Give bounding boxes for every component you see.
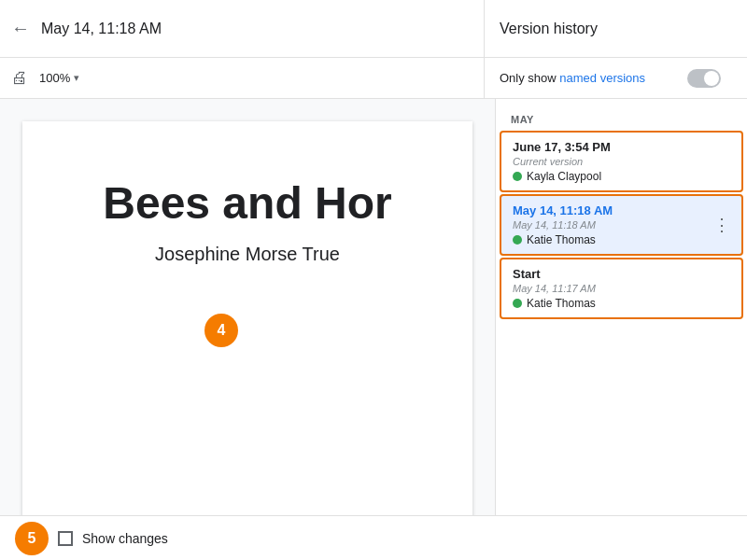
- version-date: June 17, 3:54 PM: [513, 140, 730, 154]
- zoom-dropdown-icon: ▾: [74, 72, 79, 84]
- doc-title: May 14, 11:18 AM: [41, 21, 162, 37]
- version-date: May 14, 11:18 AM: [513, 203, 730, 217]
- step-badge-4: 4: [204, 314, 238, 347]
- version-author: Kayla Claypool: [513, 170, 730, 183]
- version-date: Start: [513, 267, 730, 281]
- toolbar-right: Version history: [484, 0, 736, 57]
- version-item[interactable]: May 14, 11:18 AM May 14, 11:18 AM Katie …: [500, 194, 743, 256]
- zoom-control[interactable]: 100% ▾: [34, 67, 85, 89]
- version-author: Katie Thomas: [513, 297, 730, 310]
- show-changes-label: Show changes: [82, 531, 168, 546]
- toolbar2-left: 🖨 100% ▾: [11, 67, 484, 89]
- document-heading: Bees and Hor: [103, 177, 391, 229]
- author-dot: [513, 299, 522, 308]
- version-history-title: Version history: [500, 21, 598, 37]
- document-page: Bees and Hor Josephine Morse True: [22, 121, 472, 515]
- print-icon[interactable]: 🖨: [11, 68, 28, 88]
- show-changes-checkbox[interactable]: [58, 531, 73, 546]
- author-dot: [513, 235, 522, 245]
- version-list: MAY June 17, 3:54 PM Current version Kay…: [496, 99, 747, 515]
- version-item[interactable]: June 17, 3:54 PM Current version Kayla C…: [500, 131, 743, 192]
- document-area: Bees and Hor Josephine Morse True 4: [0, 99, 495, 515]
- author-dot: [513, 172, 522, 181]
- secondary-toolbar: 🖨 100% ▾ Only show named versions: [0, 58, 747, 99]
- version-sublabel: May 14, 11:18 AM: [513, 219, 730, 231]
- named-versions-label: Only show named versions: [500, 71, 645, 85]
- toolbar2-right: Only show named versions: [484, 58, 736, 98]
- version-sublabel: Current version: [513, 156, 730, 167]
- author-name: Kayla Claypool: [527, 170, 601, 183]
- author-name: Katie Thomas: [527, 233, 596, 246]
- top-toolbar: ← May 14, 11:18 AM Version history: [0, 0, 747, 58]
- toolbar-left: ← May 14, 11:18 AM: [11, 18, 472, 39]
- back-icon[interactable]: ←: [11, 18, 30, 39]
- version-author: Katie Thomas: [513, 233, 730, 246]
- version-sublabel: May 14, 11:17 AM: [513, 283, 730, 294]
- month-label: MAY: [496, 106, 747, 129]
- step-badge-5: 5: [15, 522, 49, 555]
- version-item[interactable]: Start May 14, 11:17 AM Katie Thomas: [500, 258, 743, 319]
- zoom-value: 100%: [39, 71, 70, 85]
- document-subheading: Josephine Morse True: [155, 244, 340, 265]
- bottom-bar: 5 Show changes: [0, 515, 747, 560]
- named-versions-toggle[interactable]: [687, 69, 721, 88]
- main-content: Bees and Hor Josephine Morse True 4 MAY …: [0, 99, 747, 515]
- version-menu-icon[interactable]: ⋮: [713, 215, 730, 235]
- author-name: Katie Thomas: [527, 297, 596, 310]
- version-history-panel: MAY June 17, 3:54 PM Current version Kay…: [495, 99, 747, 515]
